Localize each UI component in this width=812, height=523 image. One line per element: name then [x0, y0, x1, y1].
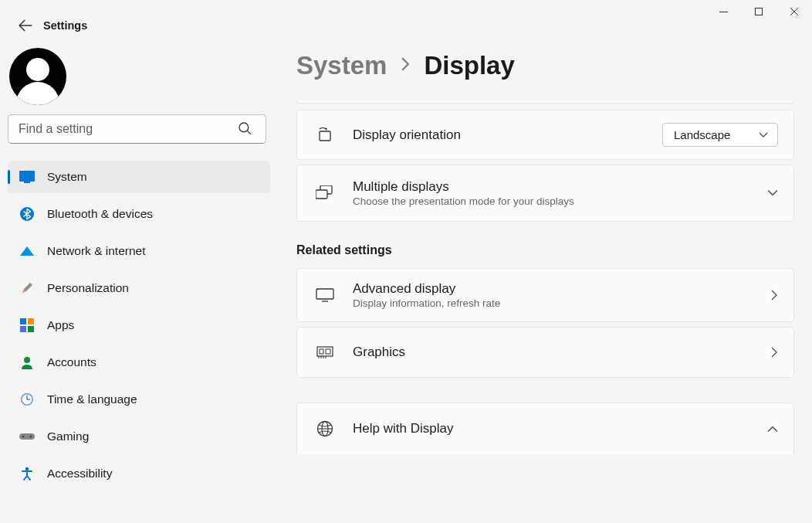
- card-title: Help with Display: [353, 421, 767, 436]
- advanced-display-card[interactable]: Advanced display Display information, re…: [296, 268, 794, 322]
- close-icon: [790, 8, 798, 15]
- svg-rect-1: [756, 8, 763, 15]
- svg-line-5: [247, 131, 251, 134]
- svg-rect-10: [28, 318, 34, 324]
- sidebar-item-network[interactable]: Network & internet: [8, 235, 270, 267]
- app-title: Settings: [43, 19, 87, 32]
- svg-rect-12: [28, 326, 34, 332]
- orientation-dropdown[interactable]: Landscape: [662, 123, 778, 147]
- svg-point-21: [25, 467, 29, 470]
- arrow-left-icon: [19, 19, 32, 32]
- svg-rect-18: [19, 433, 35, 440]
- svg-point-13: [24, 357, 30, 363]
- gpu-icon: [314, 345, 336, 359]
- orientation-icon: [314, 127, 336, 143]
- search-input[interactable]: [8, 114, 266, 144]
- minimize-icon: [719, 8, 728, 16]
- multiple-displays-card[interactable]: Multiple displays Choose the presentatio…: [296, 165, 794, 222]
- chevron-down-icon: [767, 189, 778, 197]
- avatar[interactable]: [9, 48, 66, 105]
- displays-icon: [314, 185, 336, 201]
- page-title: Display: [424, 51, 514, 80]
- svg-rect-28: [320, 349, 323, 354]
- clock-icon: [19, 392, 35, 407]
- sidebar-item-label: Apps: [47, 318, 74, 332]
- dropdown-value: Landscape: [674, 128, 730, 141]
- card-subtitle: Choose the presentation mode for your di…: [353, 195, 767, 207]
- minimize-button[interactable]: [705, 0, 741, 23]
- sidebar-item-gaming[interactable]: Gaming: [8, 420, 270, 453]
- maximize-icon: [755, 8, 763, 15]
- paintbrush-icon: [19, 280, 35, 296]
- card-title: Display orientation: [353, 127, 662, 143]
- sidebar-item-time[interactable]: Time & language: [8, 383, 270, 416]
- monitor-outline-icon: [314, 287, 336, 303]
- apps-icon: [19, 318, 35, 333]
- chevron-down-icon: [759, 132, 768, 138]
- close-button[interactable]: [776, 0, 812, 23]
- breadcrumb: System Display: [296, 51, 804, 80]
- sidebar-item-label: Accounts: [47, 355, 96, 369]
- sidebar-item-accessibility[interactable]: Accessibility: [8, 457, 270, 490]
- svg-rect-6: [19, 171, 35, 182]
- globe-icon: [314, 420, 336, 437]
- sidebar-item-label: Gaming: [47, 430, 89, 443]
- svg-point-20: [30, 436, 32, 438]
- sidebar-item-label: Network & internet: [47, 244, 146, 258]
- sidebar-item-personalization[interactable]: Personalization: [8, 272, 270, 304]
- card-title: Graphics: [353, 345, 770, 360]
- svg-point-19: [22, 436, 25, 438]
- svg-rect-29: [326, 349, 330, 354]
- svg-rect-22: [320, 131, 330, 141]
- sidebar-item-accounts[interactable]: Accounts: [8, 346, 270, 379]
- maximize-button[interactable]: [741, 0, 776, 23]
- wifi-icon: [19, 243, 35, 259]
- chevron-right-icon: [770, 290, 778, 301]
- svg-rect-11: [20, 326, 26, 332]
- breadcrumb-parent[interactable]: System: [296, 51, 387, 80]
- sidebar-item-bluetooth[interactable]: Bluetooth & devices: [8, 198, 270, 230]
- sidebar-item-apps[interactable]: Apps: [8, 309, 270, 341]
- svg-rect-25: [316, 289, 333, 299]
- bluetooth-icon: [19, 206, 35, 222]
- accessibility-icon: [19, 466, 35, 481]
- sidebar: System Bluetooth & devices Network & int…: [0, 37, 278, 523]
- svg-rect-24: [316, 190, 327, 199]
- chevron-right-icon: [401, 56, 410, 76]
- card-title: Multiple displays: [353, 179, 767, 195]
- card-title: Advanced display: [353, 281, 770, 297]
- sidebar-item-system[interactable]: System: [8, 161, 270, 193]
- search-icon: [238, 121, 252, 138]
- sidebar-item-label: Time & language: [47, 392, 137, 406]
- sidebar-item-label: Accessibility: [47, 467, 112, 481]
- chevron-up-icon: [767, 425, 778, 433]
- sidebar-item-label: Bluetooth & devices: [47, 207, 153, 221]
- svg-rect-9: [20, 318, 26, 324]
- previous-card-cutoff: [296, 100, 794, 104]
- sidebar-item-label: System: [47, 170, 87, 184]
- monitor-icon: [19, 169, 35, 185]
- help-with-display-card[interactable]: Help with Display: [296, 402, 794, 454]
- chevron-right-icon: [770, 347, 778, 358]
- gamepad-icon: [19, 429, 35, 444]
- graphics-card[interactable]: Graphics: [296, 327, 794, 378]
- section-related-settings: Related settings: [296, 243, 804, 257]
- svg-rect-7: [24, 182, 30, 183]
- card-subtitle: Display information, refresh rate: [353, 297, 770, 309]
- display-orientation-card[interactable]: Display orientation Landscape: [296, 110, 794, 160]
- person-icon: [19, 355, 35, 370]
- main-content: System Display Display orientation Lands…: [278, 37, 812, 523]
- back-button[interactable]: [13, 13, 38, 38]
- sidebar-item-label: Personalization: [47, 281, 129, 295]
- svg-point-4: [239, 123, 249, 132]
